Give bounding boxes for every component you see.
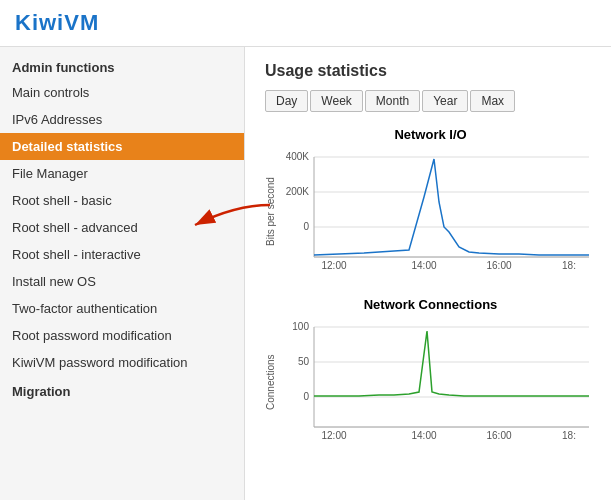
svg-text:50: 50 xyxy=(298,356,310,367)
chart1-svg: 400K 200K 0 12:00 14:00 16:00 18: xyxy=(279,147,599,277)
chart2-wrapper: Connections 100 50 0 xyxy=(265,317,596,447)
chart1-y-label: Bits per second xyxy=(265,147,276,277)
svg-text:200K: 200K xyxy=(286,186,310,197)
network-io-chart-container: Network I/O Bits per second 400K 20 xyxy=(265,127,596,277)
sidebar-item-file-manager[interactable]: File Manager xyxy=(0,160,244,187)
chart2-svg: 100 50 0 12:00 14:00 16:00 18: xyxy=(279,317,599,447)
network-io-title: Network I/O xyxy=(265,127,596,142)
svg-text:12:00: 12:00 xyxy=(321,430,346,441)
svg-text:14:00: 14:00 xyxy=(411,260,436,271)
chart2-y-label: Connections xyxy=(265,317,276,447)
sidebar-item-install-new-os[interactable]: Install new OS xyxy=(0,268,244,295)
svg-text:16:00: 16:00 xyxy=(486,430,511,441)
app-title: KiwiVM xyxy=(15,10,596,36)
migration-section-title: Migration xyxy=(0,376,244,403)
content-area: Usage statistics Day Week Month Year Max… xyxy=(245,47,611,500)
btn-year[interactable]: Year xyxy=(422,90,468,112)
btn-month[interactable]: Month xyxy=(365,90,420,112)
svg-text:400K: 400K xyxy=(286,151,310,162)
chart1-wrapper: Bits per second 400K 200K 0 xyxy=(265,147,596,277)
svg-text:0: 0 xyxy=(303,391,309,402)
admin-section-title: Admin functions xyxy=(0,52,244,79)
sidebar-item-main-controls[interactable]: Main controls xyxy=(0,79,244,106)
time-period-buttons: Day Week Month Year Max xyxy=(265,90,596,112)
svg-text:0: 0 xyxy=(303,221,309,232)
svg-text:100: 100 xyxy=(292,321,309,332)
sidebar-item-kiwi-password[interactable]: KiwiVM password modification xyxy=(0,349,244,376)
sidebar: Admin functions Main controls IPv6 Addre… xyxy=(0,47,245,500)
network-connections-title: Network Connections xyxy=(265,297,596,312)
page-title: Usage statistics xyxy=(265,62,596,80)
chart1-area: 400K 200K 0 12:00 14:00 16:00 18: xyxy=(279,147,599,277)
sidebar-item-root-password[interactable]: Root password modification xyxy=(0,322,244,349)
sidebar-item-two-factor-auth[interactable]: Two-factor authentication xyxy=(0,295,244,322)
svg-text:12:00: 12:00 xyxy=(321,260,346,271)
btn-week[interactable]: Week xyxy=(310,90,362,112)
svg-text:16:00: 16:00 xyxy=(486,260,511,271)
chart2-area: 100 50 0 12:00 14:00 16:00 18: xyxy=(279,317,599,447)
sidebar-item-root-shell-basic[interactable]: Root shell - basic xyxy=(0,187,244,214)
btn-day[interactable]: Day xyxy=(265,90,308,112)
btn-max[interactable]: Max xyxy=(470,90,515,112)
network-connections-chart-container: Network Connections Connections 100 xyxy=(265,297,596,447)
sidebar-item-root-shell-advanced[interactable]: Root shell - advanced xyxy=(0,214,244,241)
header: KiwiVM xyxy=(0,0,611,47)
sidebar-item-ipv6-addresses[interactable]: IPv6 Addresses xyxy=(0,106,244,133)
svg-text:18:: 18: xyxy=(562,260,576,271)
sidebar-item-detailed-statistics[interactable]: Detailed statistics xyxy=(0,133,244,160)
main-layout: Admin functions Main controls IPv6 Addre… xyxy=(0,47,611,500)
svg-text:14:00: 14:00 xyxy=(411,430,436,441)
svg-text:18:: 18: xyxy=(562,430,576,441)
sidebar-item-root-shell-interactive[interactable]: Root shell - interactive xyxy=(0,241,244,268)
